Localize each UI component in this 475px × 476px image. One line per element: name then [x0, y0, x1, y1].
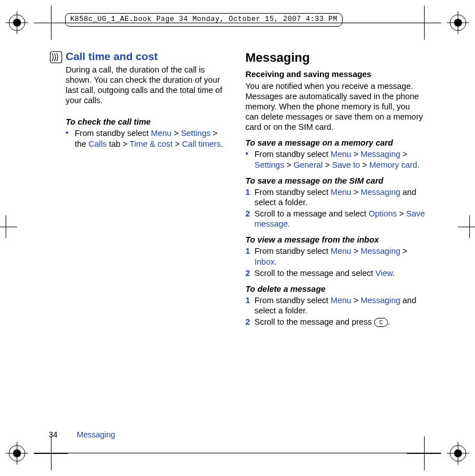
c-key-icon: C	[374, 318, 388, 327]
text-fragment: >	[284, 160, 294, 169]
time-cost-link: Time & cost	[130, 139, 173, 148]
save-sim-step-1-text: From standby select Menu > Messaging and…	[255, 187, 426, 207]
general-link: General	[293, 160, 323, 169]
check-call-time-heading: To check the call time	[66, 117, 230, 127]
messaging-link: Messaging	[361, 246, 400, 256]
menu-link: Menu	[151, 129, 172, 138]
view-inbox-step-1: 1 From standby select Menu > Messaging >…	[246, 246, 426, 266]
radio-icon	[50, 51, 62, 111]
crop-mark-top-left	[34, 6, 68, 40]
text-fragment: Scroll to the message and select	[255, 269, 376, 278]
left-column: Call time and cost During a call, the du…	[50, 50, 230, 426]
text-fragment: .	[275, 257, 277, 266]
save-sim-heading: To save a message on the SIM card	[246, 176, 426, 186]
text-fragment: >	[351, 246, 361, 256]
text-fragment: >	[351, 150, 361, 159]
step-number: 2	[246, 317, 250, 327]
crop-mark-bottom-left	[34, 436, 68, 470]
recv-heading: Receiving and saving messages	[246, 69, 426, 79]
crop-mark-mid-right	[458, 215, 475, 238]
crop-mark-mid-left	[0, 215, 17, 238]
view-inbox-step-2: 2 Scroll to the message and select View.	[246, 268, 426, 278]
recv-body: You are notified when you receive a mess…	[246, 81, 426, 133]
step-number: 1	[246, 246, 250, 256]
text-fragment: >	[172, 129, 181, 138]
delete-msg-step-2: 2 Scroll to the message and press C.	[246, 317, 426, 327]
crop-line-bottom	[34, 453, 441, 453]
text-fragment: .	[417, 160, 420, 169]
text-fragment: .	[388, 317, 390, 326]
messaging-link: Messaging	[361, 296, 400, 305]
menu-link: Menu	[331, 188, 351, 197]
page-footer: 34Messaging	[49, 430, 115, 440]
bullet-icon: •	[66, 128, 70, 138]
settings-link: Settings	[255, 160, 284, 169]
crop-mark-top-right	[407, 6, 441, 40]
registration-target-top-right	[447, 11, 469, 34]
text-fragment: .	[221, 139, 223, 148]
header-runner-label: K858c_UG_1_AE.book Page 34 Monday, Octob…	[65, 13, 343, 27]
menu-link: Menu	[331, 296, 351, 305]
text-fragment: From standby select	[255, 150, 331, 159]
save-memory-text: From standby select Menu > Messaging > S…	[255, 149, 426, 169]
messaging-title: Messaging	[246, 50, 426, 66]
check-call-time-text: From standby select Menu > Settings > th…	[75, 128, 230, 148]
delete-msg-step-2-text: Scroll to the message and press C.	[255, 317, 426, 327]
page-content: Call time and cost During a call, the du…	[50, 50, 425, 426]
settings-link: Settings	[181, 129, 210, 138]
check-call-time-step: • From standby select Menu > Settings > …	[66, 128, 230, 148]
call-cost-section: Call time and cost During a call, the du…	[50, 50, 230, 111]
text-fragment: >	[351, 188, 361, 197]
inbox-link: Inbox	[255, 257, 275, 266]
step-number: 1	[246, 187, 250, 197]
messaging-link: Messaging	[361, 150, 400, 159]
save-sim-step-2-text: Scroll to a message and select Options >…	[255, 209, 426, 229]
text-fragment: .	[288, 219, 290, 228]
delete-msg-heading: To delete a message	[246, 284, 426, 294]
view-link: View	[375, 269, 392, 278]
step-number: 2	[246, 209, 250, 219]
menu-link: Menu	[331, 246, 351, 256]
bullet-icon: •	[246, 149, 250, 159]
text-fragment: >	[351, 296, 361, 305]
text-fragment: Scroll to a message and select	[255, 209, 369, 218]
text-fragment: Scroll to the message and press	[255, 317, 374, 326]
save-to-link: Save to	[332, 160, 360, 169]
registration-target-top-left	[6, 11, 28, 34]
registration-target-bottom-left	[6, 442, 28, 465]
step-number: 1	[246, 295, 250, 305]
view-inbox-heading: To view a message from the inbox	[246, 235, 426, 245]
text-fragment: From standby select	[255, 246, 331, 256]
delete-msg-step-1: 1 From standby select Menu > Messaging a…	[246, 295, 426, 316]
save-sim-step-2: 2 Scroll to a message and select Options…	[246, 209, 426, 229]
call-cost-title: Call time and cost	[66, 50, 230, 63]
text-fragment: >	[400, 150, 408, 159]
calls-tab-link: Calls	[88, 139, 106, 148]
save-sim-step-1: 1 From standby select Menu > Messaging a…	[246, 187, 426, 207]
text-fragment: >	[360, 160, 370, 169]
memory-card-link: Memory card	[369, 160, 417, 169]
text-fragment: tab >	[106, 139, 129, 148]
menu-link: Menu	[331, 150, 351, 159]
crop-mark-bottom-right	[407, 436, 441, 470]
text-fragment: >	[397, 209, 406, 218]
step-number: 2	[246, 268, 250, 278]
text-fragment: >	[323, 160, 332, 169]
page-number: 34	[49, 430, 58, 439]
call-cost-intro: During a call, the duration of the call …	[66, 65, 230, 106]
text-fragment: .	[392, 269, 395, 278]
page-header-runner: K858c_UG_1_AE.book Page 34 Monday, Octob…	[65, 13, 410, 27]
options-link: Options	[369, 209, 397, 218]
save-memory-step: • From standby select Menu > Messaging >…	[246, 149, 426, 169]
page-section-name: Messaging	[77, 430, 115, 439]
text-fragment: From standby select	[255, 296, 331, 305]
messaging-link: Messaging	[361, 188, 400, 197]
view-inbox-step-1-text: From standby select Menu > Messaging > I…	[255, 246, 426, 266]
text-fragment: >	[173, 139, 182, 148]
view-inbox-step-2-text: Scroll to the message and select View.	[255, 268, 426, 278]
text-fragment: >	[400, 246, 408, 256]
text-fragment: From standby select	[75, 129, 151, 138]
text-fragment: From standby select	[255, 188, 331, 197]
call-timers-link: Call timers	[182, 139, 220, 148]
delete-msg-step-1-text: From standby select Menu > Messaging and…	[255, 295, 426, 316]
